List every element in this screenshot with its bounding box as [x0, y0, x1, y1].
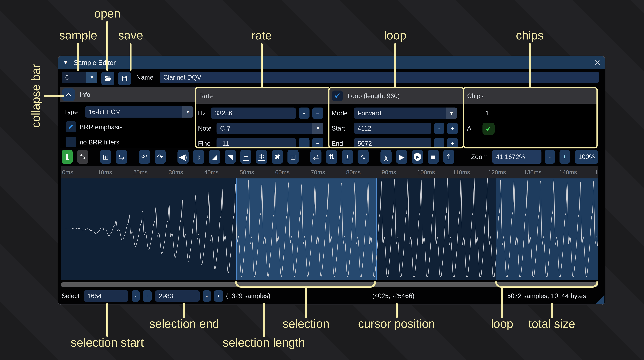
- timeline-ruler[interactable]: 0ms10ms20ms30ms40ms50ms60ms70ms80ms90ms1…: [61, 166, 598, 178]
- loop-start-minus-button[interactable]: -: [434, 123, 444, 134]
- name-value: Clarinet DQV: [163, 74, 201, 81]
- fine-label: Fine: [198, 138, 210, 148]
- loop-enable-checkbox[interactable]: ✔: [332, 90, 342, 101]
- type-combo[interactable]: 16-bit PCM ▼: [85, 106, 194, 118]
- selection-end-minus-button[interactable]: -: [203, 290, 211, 302]
- selection-start-input[interactable]: 1654: [84, 290, 128, 302]
- fade-in-button[interactable]: ◢: [209, 150, 220, 164]
- info-header-label: Info: [80, 91, 90, 98]
- chips-header: Chips: [464, 88, 596, 104]
- apply-filter-button[interactable]: ∿: [358, 150, 369, 164]
- amplify-button[interactable]: ◀): [178, 150, 188, 164]
- collapse-bar-button[interactable]: [62, 88, 75, 101]
- rate-header: Rate: [196, 88, 330, 104]
- fine-value: -11: [220, 140, 229, 147]
- window-collapse-icon[interactable]: ▼: [63, 60, 68, 66]
- fine-input[interactable]: -11: [216, 138, 296, 148]
- fade-out-button[interactable]: ◥: [225, 150, 236, 164]
- invert-icon: ⇅: [329, 153, 335, 161]
- zoom-out-button[interactable]: -: [544, 150, 555, 164]
- loop-start-plus-button[interactable]: +: [447, 123, 458, 134]
- note-label: Note: [198, 123, 212, 134]
- timeline-tick: 140ms: [559, 166, 577, 178]
- preview-sample-icon: ▶: [399, 153, 404, 161]
- brr-emphasis-checkbox[interactable]: ✔: [66, 122, 76, 132]
- signed-unsigned-icon: ±: [346, 153, 350, 161]
- undo-button[interactable]: ↶: [139, 150, 150, 164]
- loop-mode-value: Forward: [358, 110, 381, 117]
- reverse-button[interactable]: ⇄: [310, 150, 322, 164]
- timeline-tick: 120ms: [488, 166, 506, 178]
- zoom-reset-button[interactable]: 100%: [575, 150, 598, 164]
- window-resize-grip[interactable]: [596, 295, 604, 304]
- annotation-line-open: [106, 21, 108, 71]
- loop-start-input[interactable]: 4112: [354, 123, 431, 134]
- info-header: Info: [60, 87, 196, 102]
- hz-plus-button[interactable]: +: [312, 108, 324, 119]
- preview-sample-button[interactable]: ▶: [396, 150, 407, 164]
- loop-end-minus-button[interactable]: -: [434, 138, 444, 148]
- chevron-down-icon: ▼: [446, 108, 457, 119]
- annotation-line-loop-top: [394, 43, 396, 88]
- no-brr-filters-checkbox[interactable]: [66, 136, 76, 148]
- trim-button[interactable]: ⊡: [288, 150, 298, 164]
- apply-silence-icon: ∗: [258, 153, 266, 161]
- hz-minus-button[interactable]: -: [299, 108, 310, 119]
- resample-button[interactable]: ⇆: [116, 150, 127, 164]
- loop-end-plus-button[interactable]: +: [447, 138, 458, 148]
- note-combo[interactable]: C-7 ▼: [216, 123, 324, 134]
- insert-silence-button[interactable]: +: [240, 150, 252, 164]
- stop-preview-button[interactable]: ■: [428, 150, 439, 164]
- timeline-tick: 130ms: [524, 166, 542, 178]
- amplify-icon: ◀): [179, 153, 187, 161]
- chevron-down-icon: ▼: [182, 106, 194, 118]
- zoom-label: Zoom: [471, 150, 488, 164]
- hz-input[interactable]: 33286: [211, 108, 296, 119]
- chip-row-label: A: [467, 123, 471, 134]
- preview-dry-button[interactable]: ▶: [412, 150, 423, 164]
- apply-silence-button[interactable]: ∗: [256, 150, 267, 164]
- waveform-view[interactable]: [61, 178, 598, 280]
- close-button[interactable]: ×: [594, 56, 600, 69]
- resize-button[interactable]: ⊞: [100, 150, 111, 164]
- loop-mode-combo[interactable]: Forward ▼: [354, 108, 457, 119]
- folder-open-icon: [104, 75, 112, 82]
- annotation-selection-length: selection length: [223, 336, 305, 349]
- loop-end-value: 5072: [358, 140, 372, 147]
- chevron-down-icon[interactable]: ▼: [86, 72, 97, 83]
- fine-plus-button[interactable]: +: [312, 138, 324, 148]
- titlebar[interactable]: ▼ Sample Editor ×: [58, 56, 605, 69]
- selection-start-value: 1654: [87, 292, 102, 300]
- selection-start-minus-button[interactable]: -: [132, 290, 140, 302]
- floppy-save-icon: [121, 75, 128, 82]
- status-separator: [505, 290, 505, 302]
- check-icon: ✔: [68, 122, 74, 131]
- create-instrument-button[interactable]: ↥: [443, 150, 454, 164]
- save-sample-button[interactable]: [118, 72, 131, 85]
- name-input[interactable]: Clarinet DQV: [160, 72, 599, 83]
- loop-end-input[interactable]: 5072: [354, 138, 431, 148]
- normalize-button[interactable]: ↕: [193, 150, 204, 164]
- delete-button[interactable]: ✖: [272, 150, 283, 164]
- check-icon: ✔: [334, 91, 341, 100]
- chip-enable-checkbox[interactable]: ✔: [482, 123, 494, 135]
- zoom-input[interactable]: 41.1672%: [492, 150, 542, 164]
- loop-mode-label: Mode: [332, 108, 348, 119]
- sample-number-combo[interactable]: 6 ▼: [62, 72, 97, 83]
- selection-end-plus-button[interactable]: +: [214, 290, 223, 302]
- redo-button[interactable]: ↷: [154, 150, 166, 164]
- annotation-line-loop-bottom: [501, 288, 503, 318]
- edit-mode-select-button[interactable]: I: [62, 150, 73, 164]
- selection-start-plus-button[interactable]: +: [142, 290, 152, 302]
- open-sample-button[interactable]: [101, 72, 114, 85]
- selection-end-input[interactable]: 2983: [155, 290, 200, 302]
- redo-icon: ↷: [157, 153, 163, 161]
- timeline-tick: 20ms: [133, 166, 148, 178]
- zoom-in-button[interactable]: +: [560, 150, 570, 164]
- annotation-open: open: [94, 7, 120, 20]
- signed-unsigned-button[interactable]: ±: [342, 150, 353, 164]
- edit-mode-draw-button[interactable]: ✎: [77, 150, 88, 164]
- invert-button[interactable]: ⇅: [326, 150, 337, 164]
- fine-minus-button[interactable]: -: [299, 138, 310, 148]
- crossfade-button[interactable]: χ: [380, 150, 392, 164]
